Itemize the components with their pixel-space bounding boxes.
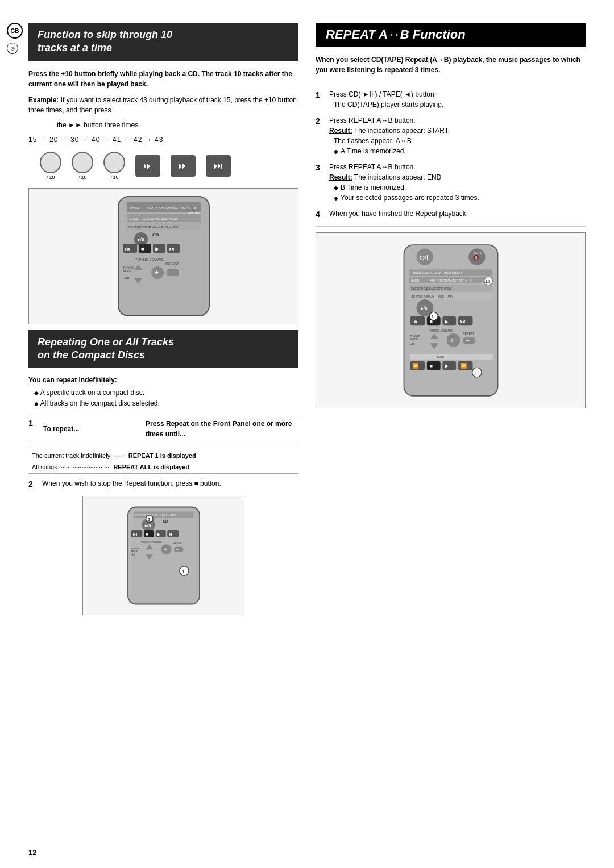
remote-svg-2: CD SYNC DISPLAY — RDS — PTY ●/II 2 CD ⏮ … (113, 499, 215, 612)
ab-step4-text: When you have finished the Repeat playba… (329, 210, 468, 218)
example-text: If you want to select track 43 during pl… (28, 96, 297, 114)
skip-example: Example: If you want to select track 43 … (28, 95, 298, 115)
ab-step2-text: Press REPEAT A↔B button. (329, 116, 416, 124)
ab-step1-result: The CD(TAPE) player starts playing. (329, 101, 443, 108)
svg-text:MODE: MODE (410, 338, 418, 341)
ab-step2-result-label: Result: (329, 127, 352, 135)
svg-text:MODE: MODE (123, 269, 132, 273)
svg-text:■: ■ (141, 246, 144, 252)
repeat-title-line1: Repeating One or All Tracks (38, 336, 174, 348)
svg-text:●/II: ●/II (420, 306, 427, 311)
step-num-1: 1 (28, 418, 36, 440)
example-text2: the ►► button three times. (57, 120, 298, 130)
svg-text:CD SYNC    DISPLAY — RDS — PTY: CD SYNC DISPLAY — RDS — PTY (135, 514, 176, 517)
skip-btn-1: ⏭ (135, 155, 160, 177)
page-number: 12 (28, 848, 36, 857)
ab-step3-text: Press REPEAT A↔B button. (329, 163, 416, 171)
svg-text:+10: +10 (123, 276, 130, 279)
svg-text:+10: +10 (410, 343, 414, 346)
svg-text:●/II: ●/II (144, 523, 151, 528)
ab-step2: 2 Press REPEAT A↔B button. Result: The i… (316, 115, 586, 156)
skip-btn-2: ⏭ (171, 155, 196, 177)
svg-text:REPEAT: REPEAT (165, 262, 179, 265)
ab-step-num-1: 1 (316, 89, 323, 110)
remote-image-2: CD SYNC DISPLAY — RDS — PTY ●/II 2 CD ⏮ … (82, 496, 244, 615)
svg-text:REPEAT: REPEAT (173, 542, 183, 545)
round-btn-3 (103, 152, 125, 173)
divider-1 (316, 226, 586, 227)
ab-step4: 4 When you have finished the Repeat play… (316, 208, 586, 220)
svg-text:🔇: 🔇 (472, 254, 479, 261)
table-row-2: All songs ····························· … (30, 462, 297, 472)
repeat-title-line2: on the Compact Discs (38, 349, 145, 361)
svg-text:REPEAT: REPEAT (463, 332, 474, 335)
table-row-1: The current track indefinitely ······· R… (30, 450, 297, 461)
svg-text:▶: ▶ (445, 319, 449, 324)
svg-text:SLEEP    EQ/S.BASS    SRS WOW: SLEEP EQ/S.BASS SRS WOW (130, 217, 178, 220)
repeat-bullet-1: A specific track on a compact disc. (34, 387, 298, 398)
gb-badge: GB (7, 23, 23, 39)
svg-text:TUNING    VOLUME: TUNING VOLUME (140, 541, 162, 544)
svg-text:−: − (170, 269, 173, 276)
repeat-bullets: A specific track on a compact disc. All … (34, 387, 298, 409)
svg-text:⏻/I: ⏻/I (419, 254, 428, 261)
btn-wrap-2: +10 (72, 152, 93, 180)
svg-text:■: ■ (429, 363, 433, 369)
svg-text:+: + (164, 546, 167, 553)
remote-svg-1: BAND AUX PROGRAM/SET REP A↔B SLEEP EQ/S.… (84, 194, 243, 319)
btn1-label: +10 (46, 174, 55, 180)
svg-text:MUTE: MUTE (473, 251, 482, 254)
btn-wrap-3: +10 (103, 152, 125, 180)
ab-step-num-3: 3 (316, 162, 323, 203)
svg-text:TUNING    VOLUME: TUNING VOLUME (135, 258, 164, 261)
svg-text:1: 1 (432, 315, 434, 319)
svg-text:▶: ▶ (445, 363, 449, 369)
repeat-ab-header: REPEAT A↔B Function (316, 23, 586, 47)
repeat-section-header: Repeating One or All Tracks on the Compa… (28, 330, 298, 368)
remote-image-right: ⏻/I 🔇 MUTE TUNER TIMER/CLOCK TIMER ON/OF… (316, 232, 586, 408)
svg-text:MODE: MODE (131, 550, 138, 553)
skip-title-line1: Function to skip through 10 (38, 29, 172, 40)
button-row: +10 +10 +10 ⏭ ⏭ ⏭ (40, 152, 298, 180)
remote-image-1: BAND AUX PROGRAM/SET REP A↔B SLEEP EQ/S.… (28, 188, 298, 324)
svg-text:1: 1 (182, 569, 184, 574)
step1-col2: Press Repeat on the Front Panel one or m… (146, 419, 297, 439)
svg-text:⏭: ⏭ (169, 532, 173, 537)
svg-text:▶: ▶ (155, 246, 159, 252)
step1-col1: To repeat... (43, 419, 144, 439)
ab-step3-result-text: The indications appear: END (354, 173, 441, 181)
svg-point-86 (429, 312, 438, 320)
svg-text:−: − (466, 337, 469, 344)
btn3-label: +10 (110, 174, 118, 180)
you-can-text: You can repeat indefinitely: (28, 376, 298, 384)
btn-wrap-1: +10 (40, 152, 61, 180)
svg-text:●/II: ●/II (137, 237, 144, 243)
repeat-step1: 1 To repeat... Press Repeat on the Front… (28, 415, 298, 443)
svg-text:2,3: 2,3 (485, 279, 490, 284)
svg-text:AUX    PROGRAM/SET    REP A↔B: AUX PROGRAM/SET REP A↔B (430, 279, 472, 282)
ab-step2-result2: The flashes appear: A↔B (329, 137, 412, 145)
skip-title-line2: tracks at a time (38, 42, 112, 53)
ab-step2-diamond: A Time is memorized. (341, 147, 406, 155)
svg-text:+: + (155, 269, 159, 277)
ab-step1: 1 Press CD( ►II ) / TAPE( ◄) button. The… (316, 89, 586, 110)
svg-text:SLEEP    EQ/S.BASS    SRS WOW: SLEEP EQ/S.BASS SRS WOW (411, 287, 451, 290)
ab-step2-result-text: The indications appear: START (354, 127, 449, 135)
svg-rect-45 (155, 530, 165, 537)
svg-text:⏭: ⏭ (460, 319, 465, 324)
repeat-ab-instruction: When you select CD(TAPE) Repeat (A↔B) pl… (316, 55, 586, 75)
ab-step1-text: Press CD( ►II ) / TAPE( ◄) button. (329, 90, 436, 98)
svg-text:MO/ST: MO/ST (189, 211, 200, 215)
repeat-table: The current track indefinitely ······· R… (28, 449, 298, 474)
svg-text:1: 1 (475, 370, 477, 375)
round-btn-2 (72, 152, 93, 173)
remote-svg-right: ⏻/I 🔇 MUTE TUNER TIMER/CLOCK TIMER ON/OF… (388, 235, 513, 406)
table-cell-1-1: The current track indefinitely ······· R… (30, 450, 297, 461)
svg-text:TUNING    VOLUME: TUNING VOLUME (429, 329, 453, 332)
svg-text:2: 2 (148, 517, 150, 522)
svg-text:CD: CD (152, 232, 159, 237)
svg-text:⏪: ⏪ (412, 362, 419, 369)
repeat-bullet-2: All tracks on the compact disc selected. (34, 398, 298, 409)
ab-step3-diamond1: B Time is memorized. (341, 183, 406, 191)
svg-text:CD: CD (163, 519, 168, 523)
